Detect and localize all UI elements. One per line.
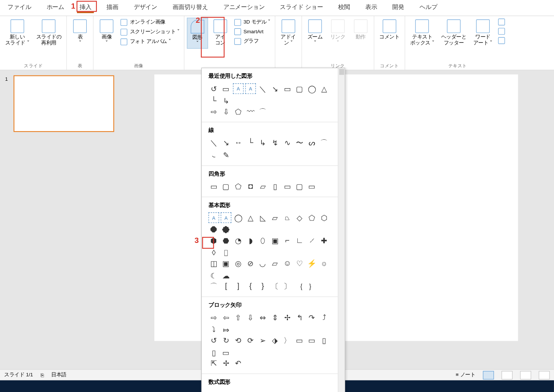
shape-ar-notch[interactable]: ➢ [257,335,268,346]
tab-design[interactable]: デザイン [131,3,160,13]
shape-ar-lr[interactable]: ⇔ [257,312,268,322]
shape-roundrect[interactable]: ▢ [294,83,305,94]
shape-triangle[interactable]: △ [319,83,329,94]
shape-line-2[interactable]: ↘ [221,138,231,148]
chart-button[interactable]: グラフ [232,37,272,46]
status-language[interactable]: 日本語 [51,371,66,379]
shape-rtri[interactable]: ◺ [257,212,268,223]
shape-eq-minus[interactable]: － [221,389,231,392]
shape-ar-lup[interactable]: ⤴ [319,312,329,322]
shape-tb-v[interactable]: A [221,212,231,223]
tab-transition[interactable]: 画面切り替え [170,3,211,13]
shape-ar-c3[interactable]: ⟲ [233,335,244,346]
shape-dbrace-l[interactable]: ｛ [294,281,305,291]
shape-ar-calllr[interactable]: ▭ [221,347,231,358]
slide-number-button[interactable] [496,27,507,36]
shape-ar-x2[interactable]: ✢ [221,358,231,368]
shape-brace-l[interactable]: { [245,281,256,291]
shape-line-4[interactable]: └ [245,138,256,148]
shape-textbox-h[interactable]: A [233,83,244,94]
shape-ar-callr[interactable]: ▭ [294,335,305,346]
shape-lframe[interactable]: ⌐ [282,235,293,246]
shape-hex[interactable]: ⬡ [319,212,329,223]
shape-ar-callu[interactable]: ▯ [319,335,329,346]
notes-button[interactable]: ≡ ノート [456,371,475,379]
photo-album-button[interactable]: フォト アルバム ˅ [119,37,181,46]
shape-foldedcorner[interactable]: ▱ [270,258,280,269]
shape-para[interactable]: ▱ [270,212,280,223]
shape-ar-c2[interactable]: ↻ [221,335,231,346]
shape-ar-quad[interactable]: ✢ [282,312,293,322]
shape-ar-uturn[interactable]: ↷ [307,312,317,322]
shape-freeform-2[interactable]: 〰 [245,106,256,117]
shape-ar-calld[interactable]: ▯ [208,347,219,358]
shape-lshape[interactable]: ∟ [294,235,305,246]
shape-ar-u[interactable]: ⇧ [233,312,244,322]
view-sorter-button[interactable] [502,371,513,379]
date-time-button[interactable] [496,18,507,27]
tab-animation[interactable]: アニメーション [221,3,267,13]
shape-trap[interactable]: ⏢ [282,212,293,223]
shape-ar-pent[interactable]: ⬗ [270,335,280,346]
new-slide-button[interactable]: 新しい スライド ˅ [3,18,32,48]
shape-line-7[interactable]: ∿ [282,138,293,148]
shapes-button[interactable]: 図形 ˅ [187,18,208,49]
shape-bracket-r[interactable]: ] [233,281,244,291]
wordart-button[interactable]: ワード アート ˅ [471,18,495,48]
shape-eq-neq[interactable]: ≠ [270,389,280,392]
shape-can[interactable]: ⌷ [221,247,231,258]
shape-oval-2[interactable]: ◯ [233,212,244,223]
shape-dec[interactable]: ⬢ [208,235,219,246]
shape-dodec[interactable]: ⬣ [221,235,231,246]
shape-smiley[interactable]: ☺ [282,258,293,269]
slide-thumbnail-1[interactable]: 1 [13,75,114,132]
shape-line-3[interactable]: ↔ [233,138,244,148]
shape-ar-x1[interactable]: ⇱ [208,358,219,368]
tab-draw[interactable]: 描画 [104,3,121,13]
shape-line-1[interactable]: ＼ [208,138,219,148]
shape-lightning[interactable]: ⚡ [307,258,317,269]
tab-home[interactable]: ホーム [44,3,67,13]
shape-rect-7[interactable]: ▭ [282,181,293,191]
shape-tb-h[interactable]: A [208,212,219,223]
shapes-scrollbar[interactable] [338,68,344,392]
shape-ar-calll[interactable]: ▭ [307,335,317,346]
thumbnail-pane[interactable]: 1 [0,70,118,383]
shape-ar-c4[interactable]: ⟳ [245,335,256,346]
shape-tri[interactable]: △ [245,212,256,223]
shape-rect[interactable]: ▭ [282,83,293,94]
shape-donut[interactable]: ◎ [233,258,244,269]
shape-pie[interactable]: ◔ [233,235,244,246]
tab-help[interactable]: ヘルプ [417,3,440,13]
shape-rect-8[interactable]: ▢ [294,181,305,191]
image-button[interactable]: 画像 ˅ [96,18,117,48]
tab-file[interactable]: ファイル [5,3,34,13]
shape-cube[interactable]: ◫ [208,258,219,269]
view-reading-button[interactable] [520,371,531,379]
icons-button[interactable]: アイ コン [210,18,231,48]
shape-dbrace-r[interactable]: ｝ [307,281,317,291]
shape-eq-eq[interactable]: ＝ [257,389,268,392]
shape-brace-r[interactable]: } [257,281,268,291]
shape-cloud[interactable]: ☁ [221,270,231,281]
reuse-slide-button[interactable]: スライドの 再利用 [34,18,64,48]
shape-connector-l[interactable]: └ [208,96,219,106]
shape-rect-1[interactable]: ▭ [208,181,219,191]
shape-curve[interactable]: ⌒ [257,106,268,117]
shape-connector-l2[interactable]: ↳ [221,96,231,106]
tab-view[interactable]: 表示 [363,3,380,13]
tab-review[interactable]: 校閲 [336,3,353,13]
accessibility-icon[interactable]: ⎘ [41,372,44,378]
shape-heart[interactable]: ♡ [294,258,305,269]
shape-rect-5[interactable]: ▱ [257,181,268,191]
shape-moon[interactable]: ☾ [208,270,219,281]
shape-rect-3[interactable]: ⬠ [233,181,244,191]
shape-ar-chev[interactable]: 〉 [282,335,293,346]
shape-pentagon-arrow[interactable]: ⬠ [233,106,244,117]
shape-rect-2[interactable]: ▢ [221,181,231,191]
link-button[interactable]: リンク ˅ [327,18,349,48]
addin-button[interactable]: アドイ ン ˅ [278,18,299,48]
shape-ar-ud[interactable]: ⇕ [270,312,280,322]
shape-line-11[interactable]: ⦦ [208,150,219,160]
shape-ar-bent[interactable]: ↰ [294,312,305,322]
